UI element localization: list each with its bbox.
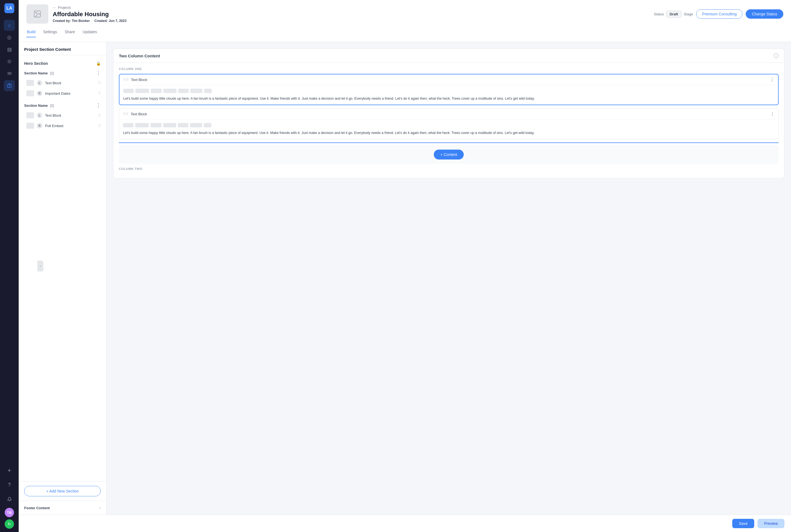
skeleton-box (123, 89, 134, 93)
project-thumbnail (26, 4, 48, 24)
main-editor-area: Two Column Content i COLUMN ONE ⠿⠿ Text … (107, 42, 791, 515)
two-column-content-card: Two Column Content i COLUMN ONE ⠿⠿ Text … (113, 49, 785, 178)
project-title: Affordable Housing (53, 11, 127, 18)
meta-created-value: Jun 7, 2023 (109, 19, 127, 23)
section-group-2-header: Section Name [2] ⋮ (19, 101, 106, 110)
skeleton-row-1 (123, 89, 774, 93)
skeleton-box (163, 89, 176, 93)
nav-clipboard[interactable] (4, 80, 15, 91)
item-name: Text Block (45, 113, 95, 117)
nav-folder[interactable]: ▤ (4, 44, 15, 55)
block-1-header: ⠿⠿ Text Block ⋮ (119, 74, 778, 86)
section-group-2-name: Section Name (24, 103, 48, 108)
nav-mail[interactable]: ✉ (4, 68, 15, 79)
bottom-action-bar: Save Preview (19, 515, 791, 532)
section-group-1-badge: [2] (50, 71, 54, 75)
block-1-menu-icon[interactable]: ⋮ (770, 77, 774, 82)
status-area: Status Draft Stage (654, 11, 693, 18)
block-2-body: Let's build some happy little clouds up … (119, 120, 778, 139)
nav-bell[interactable] (4, 494, 15, 505)
skeleton-box (135, 89, 149, 93)
section-group-1-menu[interactable]: ⋮ (96, 71, 101, 75)
svg-point-14 (36, 12, 37, 14)
header-top-row: ← Projects Affordable Housing Created by… (26, 4, 783, 24)
content-card-header: Two Column Content i (113, 49, 784, 63)
block-2-menu-icon[interactable]: ⋮ (770, 111, 774, 117)
sidebar-collapse-button[interactable]: › (37, 261, 43, 271)
item-name: Text Block (45, 81, 95, 85)
column-divider (119, 142, 779, 143)
tab-settings[interactable]: Settings (42, 28, 58, 37)
skeleton-box (151, 89, 162, 93)
main-tabs: Build Settings Share Updates (26, 28, 783, 37)
tab-build[interactable]: Build (26, 28, 36, 37)
footer-content-row[interactable]: Footer Content › (19, 501, 106, 515)
user-avatar[interactable]: TB (5, 508, 14, 517)
nav-help[interactable]: ? (4, 479, 15, 490)
item-badge-R: R (37, 91, 42, 96)
section-group-1-item-0[interactable]: L Text Block ⠿ (19, 78, 106, 88)
nav-add[interactable]: + (4, 465, 15, 476)
header-left: ← Projects Affordable Housing Created by… (26, 4, 127, 24)
hero-section-label: Hero Section (24, 61, 48, 65)
skeleton-box (178, 123, 188, 127)
add-content-button[interactable]: + Content (434, 150, 464, 159)
item-name: Poll Embed (45, 124, 95, 128)
hero-section-item[interactable]: Hero Section 🔒 (19, 58, 106, 68)
column-one-label: COLUMN ONE (119, 67, 779, 71)
project-info: ← Projects Affordable Housing Created by… (53, 5, 127, 23)
section-group-1-header: Section Name [2] ⋮ (19, 68, 106, 78)
drag-handle-icon[interactable]: ⠿ (98, 81, 101, 85)
meta-created-label: Created: (94, 19, 108, 23)
breadcrumb[interactable]: ← Projects (53, 5, 127, 10)
column-two-label: COLUMN TWO (119, 167, 779, 170)
meta-created-by-value: Tim Booker (72, 19, 90, 23)
drag-handle-icon[interactable]: ⠿ (98, 124, 101, 128)
premium-consulting-button[interactable]: Premium Consulting (696, 10, 742, 19)
project-meta: Created by: Tim Booker · Created: Jun 7,… (53, 19, 127, 23)
text-block-1[interactable]: ⠿⠿ Text Block ⋮ (119, 74, 779, 105)
skeleton-box (204, 89, 212, 93)
sections-footer: + Add New Section (19, 481, 106, 501)
info-icon[interactable]: i (774, 53, 779, 58)
meta-created-by-label: Created by: (53, 19, 71, 23)
skeleton-box (190, 89, 202, 93)
section-group-2-item-0[interactable]: L Text Block ⠿ (19, 110, 106, 120)
section-group-1-item-1[interactable]: R Important Dates ⠿ (19, 88, 106, 98)
nav-chart[interactable]: ◎ (4, 32, 15, 43)
save-button[interactable]: Save (732, 519, 754, 528)
content-card-title: Two Column Content (119, 54, 772, 58)
drag-handle-icon[interactable]: ⠿ (98, 113, 101, 117)
status-label: Status (654, 12, 664, 16)
nav-idea[interactable] (4, 56, 15, 67)
item-badge-L: L (37, 113, 42, 118)
skeleton-row-2 (123, 123, 774, 127)
svg-point-0 (8, 60, 11, 62)
lock-icon: 🔒 (96, 61, 101, 65)
section-group-2-menu[interactable]: ⋮ (96, 103, 101, 108)
item-thumb (26, 80, 34, 86)
page-header: ← Projects Affordable Housing Created by… (19, 0, 791, 42)
status-badge: Draft (666, 11, 681, 18)
tab-share[interactable]: Share (64, 28, 76, 37)
column-one-section: COLUMN ONE ⠿⠿ Text Block ⋮ (113, 63, 784, 178)
add-new-section-button[interactable]: + Add New Section (24, 486, 101, 496)
section-group-2-item-1[interactable]: R Poll Embed ⠿ (19, 120, 106, 131)
preview-button[interactable]: Preview (757, 519, 785, 528)
text-block-2[interactable]: ⠿⠿ Text Block ⋮ (119, 109, 779, 139)
refresh-icon[interactable]: ↻ (5, 519, 14, 529)
skeleton-box (135, 123, 149, 127)
item-name: Important Dates (45, 91, 95, 96)
nav-home[interactable]: ⌂ (4, 20, 15, 31)
breadcrumb-label[interactable]: Projects (58, 5, 71, 10)
change-status-button[interactable]: Change Status (746, 10, 783, 19)
tab-updates[interactable]: Updates (82, 28, 97, 37)
block-drag-handle-icon[interactable]: ⠿⠿ (123, 78, 129, 82)
app-logo[interactable]: LA (4, 3, 14, 13)
sections-panel-header: Project Section Content (19, 42, 106, 55)
sections-list: Hero Section 🔒 Section Name [2] ⋮ L Text… (19, 55, 106, 481)
main-content-area: › ← Projects Affordable Housing Created … (19, 0, 791, 532)
stage-label: Stage (684, 12, 693, 16)
block-2-drag-handle-icon[interactable]: ⠿⠿ (123, 112, 129, 116)
drag-handle-icon[interactable]: ⠿ (98, 91, 101, 96)
